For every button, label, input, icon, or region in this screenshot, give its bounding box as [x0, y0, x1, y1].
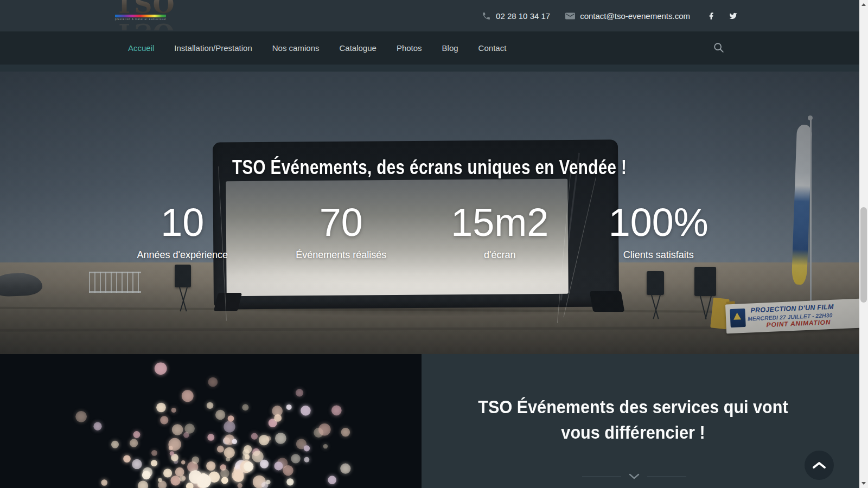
nav-item-blog[interactable]: Blog — [442, 31, 458, 65]
services-panel: TSO Événements des services qui vont vou… — [422, 354, 859, 488]
nav-item-installation-prestation[interactable]: Installation/Prestation — [174, 31, 252, 65]
mail-icon — [565, 12, 575, 20]
stat-label: Événements réalisés — [262, 249, 421, 261]
search-icon[interactable] — [713, 42, 725, 54]
nav-item-catalogue[interactable]: Catalogue — [339, 31, 376, 65]
nav-item-accueil[interactable]: Accueil — [128, 31, 154, 65]
email-link[interactable]: contact@tso-evenements.com — [565, 11, 690, 21]
services-title: TSO Événements des services qui vont vou… — [422, 394, 844, 445]
stat-label: Années d'expérience — [103, 249, 262, 261]
fireworks-image — [0, 354, 422, 488]
hero-section: PROJECTION D'UN FILM MERCREDI 27 JUILLET… — [0, 72, 859, 354]
main-navigation: AccueilInstallation/PrestationNos camion… — [0, 31, 859, 65]
scrollbar-up-arrow[interactable] — [861, 3, 866, 6]
logo-text: TSO — [115, 0, 175, 17]
phone-icon — [482, 11, 491, 21]
logo[interactable]: TSO prestation & matériel audiovisuel TS… — [115, 0, 175, 30]
divider-line — [582, 477, 621, 477]
email-address: contact@tso-evenements.com — [580, 11, 690, 21]
chevron-up-icon — [812, 461, 826, 469]
stat-item: 10Années d'expérience — [103, 202, 262, 261]
facebook-icon[interactable] — [707, 12, 716, 20]
nav-menu: AccueilInstallation/PrestationNos camion… — [128, 31, 506, 65]
nav-item-nos-camions[interactable]: Nos camions — [272, 31, 320, 65]
topbar-contact-group: 02 28 10 34 17 contact@tso-evenements.co… — [482, 0, 738, 31]
topbar: TSO prestation & matériel audiovisuel TS… — [0, 0, 859, 31]
phone-link[interactable]: 02 28 10 34 17 — [482, 11, 550, 21]
stat-label: Clients satisfaits — [579, 249, 738, 261]
section-gap — [0, 65, 859, 72]
site-content: TSO prestation & matériel audiovisuel TS… — [0, 0, 859, 488]
scrollbar[interactable] — [859, 0, 868, 488]
scrollbar-thumb[interactable] — [860, 207, 867, 303]
scrollbar-down-arrow[interactable] — [861, 482, 866, 485]
fireworks-panel — [0, 354, 422, 488]
stat-value: 70 — [262, 202, 421, 243]
hero-title: TSO Événements, des écrans uniques en Ve… — [0, 156, 859, 179]
phone-number: 02 28 10 34 17 — [496, 11, 550, 21]
nav-item-contact[interactable]: Contact — [478, 31, 507, 65]
stat-item: 70Événements réalisés — [262, 202, 421, 261]
divider-line — [647, 477, 686, 477]
stat-item: 100%Clients satisfaits — [579, 202, 738, 261]
stat-label: d'écran — [420, 249, 579, 261]
stat-value: 10 — [103, 202, 262, 243]
hero-stats: 10Années d'expérience70Événements réalis… — [103, 202, 738, 261]
stat-value: 100% — [579, 202, 738, 243]
chevron-down-icon — [629, 473, 640, 480]
stat-item: 15m2d'écran — [420, 202, 579, 261]
stat-value: 15m2 — [420, 202, 579, 243]
page: TSO prestation & matériel audiovisuel TS… — [0, 0, 868, 488]
logo-reflection: TSO — [115, 20, 175, 30]
nav-item-photos[interactable]: Photos — [397, 31, 422, 65]
scroll-to-top-button[interactable] — [805, 451, 834, 480]
section-divider — [422, 473, 846, 480]
twitter-icon[interactable] — [729, 12, 738, 20]
